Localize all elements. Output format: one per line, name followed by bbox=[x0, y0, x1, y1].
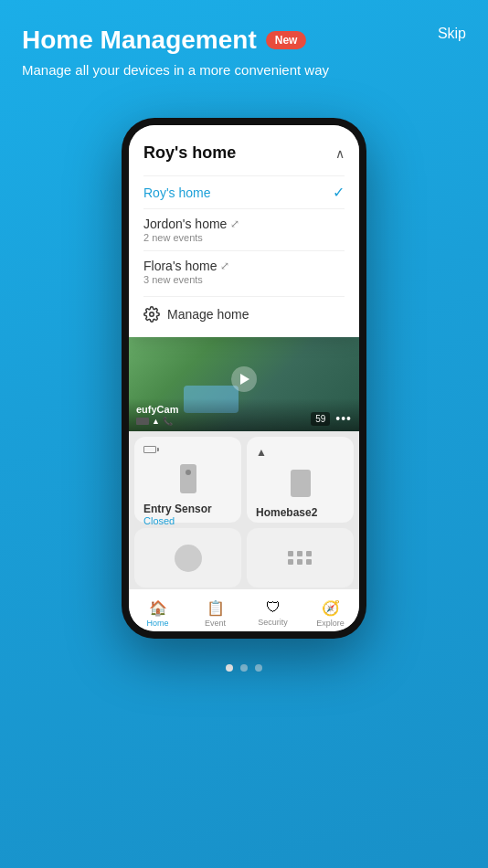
dot-2[interactable] bbox=[240, 664, 248, 672]
check-icon: ✓ bbox=[333, 184, 345, 201]
play-button[interactable] bbox=[231, 366, 257, 392]
devices-section: Entry Sensor Closed ▲ Homebase2 bbox=[129, 431, 359, 593]
play-icon bbox=[240, 374, 249, 385]
nav-home[interactable]: 🏠 Home bbox=[129, 594, 186, 628]
home-selector-row[interactable]: Roy's home ∧ bbox=[143, 143, 345, 163]
grid-device-icon bbox=[288, 551, 313, 565]
home-nav-label: Home bbox=[146, 619, 168, 628]
camera-info: eufyCam ▲ 📞 bbox=[136, 404, 178, 426]
home-item-jordons[interactable]: Jordon's home ⤢ 2 new events bbox=[143, 208, 345, 250]
homebase-card[interactable]: ▲ Homebase2 bbox=[247, 437, 354, 523]
homebase-icon-wrapper bbox=[256, 466, 345, 503]
homebase-name: Homebase2 bbox=[256, 506, 345, 519]
page-title: Home Management bbox=[22, 26, 257, 55]
camera-controls: 59 ••• bbox=[311, 411, 352, 426]
extra-device-icon-1 bbox=[175, 545, 202, 572]
extra-device-2[interactable] bbox=[247, 528, 354, 587]
gear-icon bbox=[143, 306, 160, 323]
skip-button[interactable]: Skip bbox=[438, 26, 466, 42]
entry-sensor-card[interactable]: Entry Sensor Closed bbox=[134, 437, 241, 523]
share-icon-floras: ⤢ bbox=[220, 259, 229, 272]
subtitle: Manage all your devices in a more conven… bbox=[22, 62, 466, 78]
homebase-device-icon bbox=[291, 470, 311, 497]
wifi-icon: ▲ bbox=[256, 446, 267, 459]
jordons-events: 2 new events bbox=[143, 232, 239, 243]
home-item-floras-main: Flora's home ⤢ 3 new events bbox=[143, 259, 229, 285]
camera-section[interactable]: eufyCam ▲ 📞 59 ••• bbox=[129, 326, 359, 431]
camera-label: eufyCam bbox=[136, 404, 178, 415]
sensor-icon-wrapper bbox=[143, 460, 232, 499]
home-item-roys-main: Roy's home bbox=[143, 185, 210, 200]
cam-wifi-icon: ▲ bbox=[152, 417, 160, 426]
roys-home-name: Roy's home bbox=[143, 185, 210, 200]
title-row: Home Management New bbox=[22, 26, 466, 55]
phone-frame: eufyCam ▲ 📞 59 ••• bbox=[122, 118, 366, 639]
share-icon-jordons: ⤢ bbox=[230, 217, 239, 230]
camera-background: eufyCam ▲ 📞 59 ••• bbox=[129, 326, 359, 431]
sensor-icon bbox=[180, 464, 196, 493]
jordons-home-name: Jordon's home bbox=[143, 217, 227, 231]
battery-icon bbox=[143, 446, 156, 453]
sensor-dot bbox=[186, 470, 191, 475]
manage-home-label: Manage home bbox=[167, 307, 249, 322]
security-nav-label: Security bbox=[258, 618, 288, 627]
cam-battery-icon bbox=[136, 418, 149, 425]
entry-sensor-status: Closed bbox=[143, 515, 232, 526]
entry-sensor-icon-row bbox=[143, 446, 232, 453]
dot-3[interactable] bbox=[255, 664, 262, 672]
home-item-floras[interactable]: Flora's home ⤢ 3 new events bbox=[143, 250, 345, 292]
dot-1[interactable] bbox=[226, 664, 233, 672]
nav-explore[interactable]: 🧭 Explore bbox=[302, 594, 359, 628]
event-nav-icon: 📋 bbox=[207, 599, 225, 617]
entry-sensor-name: Entry Sensor bbox=[143, 503, 232, 515]
phone-screen: eufyCam ▲ 📞 59 ••• bbox=[129, 125, 359, 631]
home-item-roys[interactable]: Roy's home ✓ bbox=[143, 175, 345, 208]
home-item-jordons-main: Jordon's home ⤢ 2 new events bbox=[143, 217, 239, 243]
new-badge: New bbox=[266, 31, 307, 49]
camera-status-icons: ▲ 📞 bbox=[136, 417, 178, 426]
home-nav-icon: 🏠 bbox=[149, 599, 167, 617]
home-dropdown: Roy's home ∧ Roy's home ✓ Jordon's home bbox=[129, 125, 359, 337]
camera-badge: 59 bbox=[311, 412, 330, 426]
explore-nav-label: Explore bbox=[316, 619, 345, 628]
pagination-dots bbox=[0, 664, 488, 672]
security-nav-icon: 🛡 bbox=[266, 599, 281, 616]
explore-nav-icon: 🧭 bbox=[322, 599, 340, 617]
event-nav-label: Event bbox=[205, 619, 226, 628]
manage-home-row[interactable]: Manage home bbox=[143, 296, 345, 326]
chevron-up-icon[interactable]: ∧ bbox=[335, 146, 345, 161]
svg-point-0 bbox=[150, 312, 154, 317]
nav-event[interactable]: 📋 Event bbox=[186, 594, 244, 628]
camera-overlay: eufyCam ▲ 📞 59 ••• bbox=[129, 398, 359, 431]
nav-security[interactable]: 🛡 Security bbox=[244, 594, 302, 627]
extra-device-1[interactable] bbox=[134, 528, 241, 587]
header: Skip Home Management New Manage all your… bbox=[0, 0, 488, 92]
camera-more-icon[interactable]: ••• bbox=[335, 411, 352, 426]
floras-events: 3 new events bbox=[143, 274, 229, 285]
bottom-nav: 🏠 Home 📋 Event 🛡 Security 🧭 Explore bbox=[129, 589, 359, 631]
cam-signal-icon: 📞 bbox=[163, 417, 173, 426]
floras-name-row: Flora's home ⤢ bbox=[143, 259, 229, 273]
homebase-icon-row: ▲ bbox=[256, 446, 345, 459]
floras-home-name: Flora's home bbox=[143, 259, 217, 273]
current-home-title: Roy's home bbox=[143, 143, 236, 163]
jordons-name-row: Jordon's home ⤢ bbox=[143, 217, 239, 231]
phone-container: eufyCam ▲ 📞 59 ••• bbox=[0, 118, 488, 639]
